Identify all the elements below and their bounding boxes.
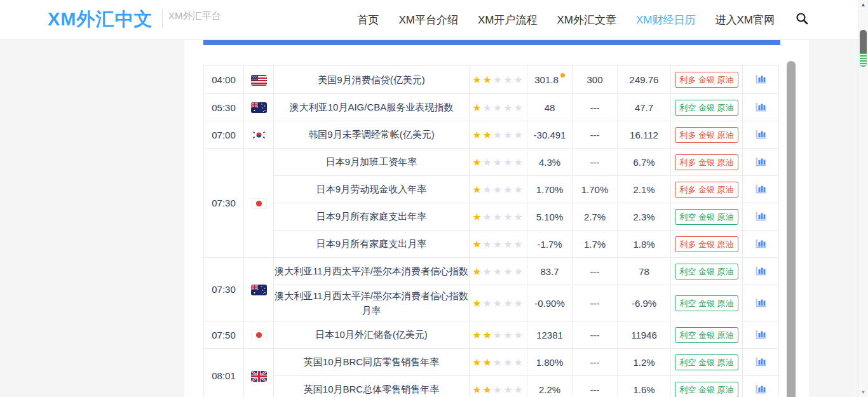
- flag-cell: [244, 349, 274, 397]
- nav-item-6[interactable]: 进入XM官网: [715, 13, 775, 27]
- star-empty-icon: ★: [514, 157, 524, 168]
- chart-cell: [743, 176, 779, 203]
- importance-stars: ★★★★★: [470, 231, 527, 258]
- actual-value: 4.3%: [527, 149, 573, 176]
- previous-value: 78: [618, 258, 671, 285]
- star-empty-icon: ★: [514, 298, 524, 309]
- flag-cell: [244, 149, 274, 258]
- star-empty-icon: ★: [493, 330, 503, 340]
- star-empty-icon: ★: [503, 330, 513, 340]
- star-filled-icon: ★: [482, 330, 492, 340]
- effect-badge: 利多 金银 原油: [675, 127, 738, 143]
- importance-stars: ★★★★★: [470, 285, 527, 321]
- browser-scrollbar-thumb[interactable]: [860, 30, 867, 67]
- forecast-value: ---: [573, 321, 618, 349]
- previous-value: 11946: [618, 321, 671, 349]
- actual-value: -1.7%: [527, 231, 573, 258]
- chart-cell: [743, 258, 779, 285]
- star-empty-icon: ★: [514, 330, 524, 340]
- star-empty-icon: ★: [514, 74, 524, 85]
- bar-chart-icon[interactable]: [755, 156, 767, 166]
- widget-top-bar: [203, 39, 780, 45]
- search-button[interactable]: [796, 12, 809, 28]
- effect-cell: 利空 金银 原油: [671, 349, 743, 376]
- event-name: 英国10月BRC总体零售销售年率: [274, 376, 470, 397]
- chart-cell: [743, 285, 779, 321]
- gb-flag-icon: [251, 371, 267, 382]
- event-name: 日本9月所有家庭支出年率: [274, 203, 470, 231]
- star-empty-icon: ★: [493, 157, 503, 168]
- flag-cell: [244, 66, 274, 94]
- bar-chart-icon[interactable]: [755, 211, 767, 221]
- flag-cell: [244, 321, 274, 349]
- star-empty-icon: ★: [503, 239, 513, 250]
- nav-item-3[interactable]: XM开户流程: [478, 13, 538, 27]
- previous-value: 1.6%: [618, 376, 671, 397]
- star-empty-icon: ★: [503, 102, 513, 113]
- nav-item-5[interactable]: XM财经日历: [636, 13, 696, 27]
- forecast-value: 2.7%: [573, 203, 618, 231]
- star-empty-icon: ★: [514, 184, 524, 195]
- forecast-value: ---: [573, 258, 618, 285]
- star-empty-icon: ★: [493, 102, 503, 113]
- importance-stars: ★★★★★: [470, 94, 527, 121]
- bar-chart-icon[interactable]: [755, 102, 767, 112]
- bar-chart-icon[interactable]: [755, 297, 767, 307]
- bar-chart-icon[interactable]: [755, 384, 767, 394]
- importance-stars: ★★★★★: [470, 149, 527, 176]
- bar-chart-icon[interactable]: [755, 129, 767, 139]
- calendar-row: 英国10月BRC总体零售销售年率★★★★★2.2%---1.6%利空 金银 原油: [204, 376, 779, 397]
- site-logo[interactable]: XM外汇中文: [48, 0, 153, 39]
- star-filled-icon: ★: [472, 74, 482, 85]
- nav-item-1[interactable]: 首页: [358, 13, 379, 27]
- nav-item-2[interactable]: XM平台介绍: [399, 13, 459, 27]
- kr-flag-icon: [251, 130, 267, 140]
- event-name: 英国10月BRC同店零售销售年率: [274, 349, 470, 376]
- star-empty-icon: ★: [503, 157, 513, 168]
- previous-value: 249.76: [618, 66, 671, 94]
- new-data-dot-icon: [560, 73, 565, 77]
- previous-value: 16.112: [618, 121, 671, 149]
- star-filled-icon: ★: [482, 384, 492, 395]
- event-name: 澳大利亚11月西太平洋/墨尔本消费者信心指数月率: [274, 285, 470, 321]
- bar-chart-icon[interactable]: [755, 184, 767, 194]
- scroll-down-arrow-icon[interactable]: ▼: [858, 387, 868, 397]
- widget-scrollbar-thumb[interactable]: [787, 61, 796, 397]
- scroll-up-arrow-icon[interactable]: ▲: [858, 0, 868, 10]
- effect-badge: 利多 金银 原油: [675, 72, 738, 88]
- chart-cell: [743, 94, 779, 121]
- jp-flag-icon: [251, 198, 267, 209]
- star-empty-icon: ★: [503, 266, 513, 277]
- scrollbar-green-marks: [860, 53, 867, 67]
- actual-value: 12381: [527, 321, 573, 349]
- actual-value: 2.2%: [527, 376, 573, 397]
- actual-value: 301.8: [527, 66, 573, 94]
- browser-scrollbar[interactable]: ▲ ▼: [858, 0, 868, 397]
- bar-chart-icon[interactable]: [755, 238, 767, 248]
- star-empty-icon: ★: [514, 212, 524, 222]
- effect-cell: 利多 金银 原油: [671, 66, 743, 94]
- effect-badge: 利空 金银 原油: [675, 382, 738, 397]
- previous-value: 1.8%: [618, 231, 671, 258]
- actual-value: 83.7: [527, 258, 573, 285]
- bar-chart-icon[interactable]: [755, 74, 767, 84]
- forecast-value: ---: [573, 285, 618, 321]
- importance-stars: ★★★★★: [470, 121, 527, 149]
- star-empty-icon: ★: [493, 384, 503, 395]
- event-name: 澳大利亚10月AIG/CBA服务业表现指数: [274, 94, 470, 121]
- bar-chart-icon[interactable]: [755, 266, 767, 276]
- star-empty-icon: ★: [503, 384, 513, 395]
- star-empty-icon: ★: [493, 266, 503, 277]
- nav-item-4[interactable]: XM外汇文章: [557, 13, 617, 27]
- previous-value: 6.7%: [618, 149, 671, 176]
- event-name: 美国9月消费信贷(亿美元): [274, 66, 470, 94]
- importance-stars: ★★★★★: [470, 176, 527, 203]
- previous-value: -6.9%: [618, 285, 671, 321]
- bar-chart-icon[interactable]: [755, 329, 767, 339]
- flag-cell: [244, 94, 274, 121]
- time-cell: 08:01: [204, 349, 244, 397]
- previous-value: 2.1%: [618, 176, 671, 203]
- star-empty-icon: ★: [493, 212, 503, 222]
- bar-chart-icon[interactable]: [755, 356, 767, 367]
- effect-badge: 利多 金银 原油: [675, 182, 738, 198]
